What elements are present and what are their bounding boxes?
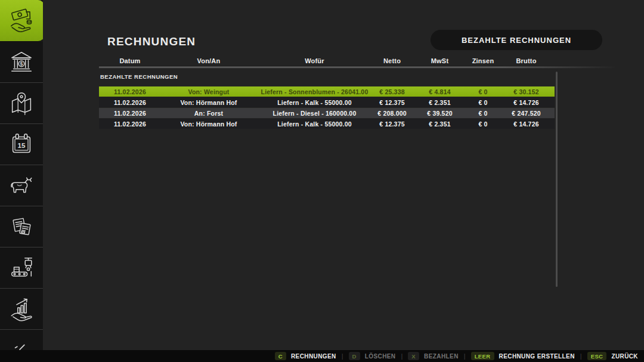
col-header-mwst: MwSt: [411, 57, 468, 66]
cell-brutto: € 14.726: [498, 99, 555, 106]
col-header-datum: Datum: [99, 57, 161, 66]
cell-netto: € 12.375: [373, 99, 411, 106]
cell-wofur: Liefern - Diesel - 160000.00: [256, 110, 373, 117]
col-header-zinsen: Zinsen: [468, 57, 498, 66]
hotkey-invoices[interactable]: C RECHNUNGEN: [275, 352, 336, 360]
key-badge-x: X: [408, 352, 419, 360]
sidebar-item-bank[interactable]: $: [0, 42, 43, 83]
hotkey-separator: |: [580, 352, 582, 360]
bank-icon: $: [8, 48, 35, 76]
cell-brutto: € 247.520: [498, 110, 555, 117]
cell-mwst: € 39.520: [411, 110, 468, 117]
cell-zinsen: € 0: [468, 99, 498, 106]
cow-icon: [8, 172, 35, 199]
table-scrollbar[interactable]: [556, 72, 558, 287]
hotkey-label: BEZAHLEN: [424, 353, 459, 360]
hotkey-delete[interactable]: D LÖSCHEN: [349, 352, 396, 360]
cell-von-an: An: Forst: [161, 110, 256, 117]
invoice-row[interactable]: 11.02.2026 Von: Hörmann Hof Liefern - Ka…: [99, 119, 555, 129]
svg-text:$: $: [20, 61, 23, 67]
key-badge-c: C: [275, 352, 286, 360]
key-badge-d: D: [349, 352, 360, 360]
cell-von-an: Von: Hörmann Hof: [161, 99, 256, 106]
cell-netto: € 25.338: [373, 88, 411, 95]
col-header-netto: Netto: [373, 57, 411, 66]
sidebar-item-contracts[interactable]: [0, 206, 43, 247]
hotkey-bar: C RECHNUNGEN | D LÖSCHEN | X BEZAHLEN | …: [0, 350, 644, 362]
section-label-paid-invoices: BEZAHLTE RECHNUNGEN: [100, 73, 178, 80]
hotkey-separator: |: [401, 352, 403, 360]
cell-mwst: € 2.351: [411, 99, 468, 106]
growth-hand-icon: [8, 295, 35, 323]
invoice-row[interactable]: 11.02.2026 Von: Hörmann Hof Liefern - Ka…: [99, 97, 555, 107]
key-badge-esc: ESC: [587, 352, 607, 360]
cell-datum: 11.02.2026: [99, 110, 161, 117]
cell-zinsen: € 0: [468, 88, 498, 95]
calendar-icon: 15: [8, 131, 35, 158]
map-pin-icon: [8, 89, 35, 117]
hotkey-label: RECHNUNGEN: [291, 353, 336, 360]
col-header-von-an: Von/An: [161, 57, 256, 66]
hotkey-create-invoice[interactable]: LEER RECHNUNG ERSTELLEN: [471, 352, 575, 360]
cell-wofur: Liefern - Sonnenblumen - 26041.00: [256, 88, 373, 95]
invoice-table-body: 11.02.2026 Von: Weingut Liefern - Sonnen…: [99, 86, 555, 129]
cell-zinsen: € 0: [468, 110, 498, 117]
sidebar-item-animals[interactable]: [0, 165, 43, 206]
documents-icon: [8, 213, 35, 240]
cell-von-an: Von: Hörmann Hof: [161, 120, 256, 128]
hotkey-label: RECHNUNG ERSTELLEN: [499, 353, 575, 360]
hotkey-separator: |: [342, 352, 343, 360]
cell-wofur: Liefern - Kalk - 55000.00: [256, 99, 373, 106]
sidebar-item-more[interactable]: [0, 330, 43, 350]
col-header-brutto: Brutto: [498, 57, 555, 66]
hotkey-pay[interactable]: X BEZAHLEN: [408, 352, 458, 360]
header-divider-shadow: [99, 68, 617, 69]
cell-datum: 11.02.2026: [99, 120, 161, 128]
paid-invoices-filter-button[interactable]: BEZAHLTE RECHNUNGEN: [431, 30, 602, 50]
money-hand-icon: [8, 7, 36, 35]
key-badge-space: LEER: [471, 352, 494, 360]
table-header-row: Datum Von/An Wofür Netto MwSt Zinsen Bru…: [99, 57, 555, 66]
sidebar-item-statistics[interactable]: [0, 289, 43, 330]
cell-datum: 11.02.2026: [99, 88, 161, 95]
partial-icon: [8, 336, 35, 350]
cell-von-an: Von: Weingut: [161, 88, 256, 95]
calendar-day-label: 15: [18, 142, 26, 149]
hotkey-back[interactable]: ESC ZURÜCK: [587, 352, 638, 360]
cell-wofur: Liefern - Kalk - 55000.00: [256, 120, 373, 128]
cell-datum: 11.02.2026: [99, 99, 161, 106]
page-title: RECHNUNGEN: [107, 35, 196, 48]
invoice-row[interactable]: 11.02.2026 An: Forst Liefern - Diesel - …: [99, 108, 555, 118]
invoices-screen: $ 15: [0, 0, 644, 362]
cell-netto: € 12.375: [373, 120, 411, 128]
sidebar-item-finances[interactable]: [0, 0, 43, 42]
hotkey-label: LÖSCHEN: [365, 353, 396, 360]
cell-zinsen: € 0: [468, 120, 498, 128]
cell-mwst: € 4.814: [411, 88, 468, 95]
cell-brutto: € 30.152: [498, 88, 555, 95]
sidebar: $ 15: [0, 0, 43, 350]
invoice-row-selected[interactable]: 11.02.2026 Von: Weingut Liefern - Sonnen…: [99, 86, 555, 97]
col-header-wofur: Wofür: [256, 57, 373, 66]
hotkey-separator: |: [464, 352, 466, 360]
production-icon: [8, 254, 35, 281]
cell-netto: € 208.000: [373, 110, 411, 117]
cell-mwst: € 2.351: [411, 120, 468, 128]
sidebar-item-production[interactable]: [0, 247, 43, 289]
sidebar-item-map[interactable]: [0, 83, 43, 124]
cell-brutto: € 14.726: [498, 120, 555, 128]
sidebar-item-calendar[interactable]: 15: [0, 124, 43, 165]
header-divider: [99, 67, 617, 67]
hotkey-label: ZURÜCK: [611, 353, 638, 360]
